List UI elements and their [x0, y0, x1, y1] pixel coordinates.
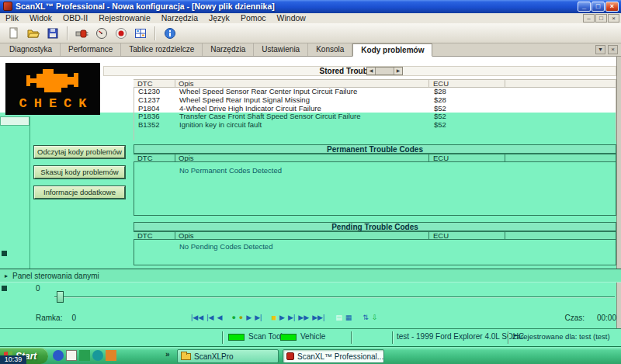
connect-button[interactable]	[72, 25, 92, 42]
tab-diagnostyka[interactable]: Diagnostyka	[2, 43, 61, 56]
vehicle-led-icon	[280, 334, 297, 341]
fast-forward-icon[interactable]: ▶▶	[298, 312, 309, 323]
minimize-button[interactable]: _	[578, 2, 591, 12]
mdi-minimize-button[interactable]: –	[583, 14, 595, 23]
stored-row-1[interactable]: C1230 Wheel Speed Sensor Rear Center Inp…	[134, 88, 616, 96]
quick-launch-overflow-icon[interactable]: »	[165, 350, 170, 359]
menu-item-jezyk[interactable]: Język	[203, 13, 235, 23]
cell-opis: Ignition key in circuit fault	[176, 121, 430, 130]
render-artifact	[29, 116, 30, 269]
permanent-table-body: No Permanent Codes Detected	[134, 162, 616, 216]
quick-launch-icon-2[interactable]	[66, 350, 77, 361]
frame-slider-thumb[interactable]	[57, 291, 64, 303]
column-opis[interactable]: Opis	[175, 154, 429, 161]
menu-item-plik[interactable]: Plik	[0, 13, 24, 23]
stored-row-4[interactable]: P1836 Transfer Case Front Shaft Speed Se…	[134, 113, 616, 121]
column-dtc[interactable]: DTC	[134, 232, 175, 239]
tab-scroll-button[interactable]: ▾	[595, 45, 605, 54]
log-file-icon[interactable]: ▤	[335, 312, 342, 323]
mdi-close-button[interactable]: ×	[608, 14, 619, 23]
pending-column-header[interactable]: DTC Opis ECU	[134, 231, 616, 240]
permanent-column-header[interactable]: DTC Opis ECU	[134, 154, 616, 162]
open-file-button[interactable]	[23, 25, 43, 42]
play-reverse-icon[interactable]: ◀	[217, 312, 222, 323]
column-ecu[interactable]: ECU	[429, 80, 505, 87]
connect-plug-icon	[75, 27, 88, 40]
time-counter: Czas:00:00	[564, 314, 616, 322]
quick-launch-icon-3[interactable]	[79, 350, 90, 361]
menu-item-rejestrowanie[interactable]: Rejestrowanie	[93, 13, 156, 23]
step-end-icon[interactable]: ▶|	[288, 312, 295, 323]
step-back-icon[interactable]: |◀	[206, 312, 213, 323]
close-button[interactable]: ×	[605, 2, 619, 12]
dashboards-button[interactable]	[130, 25, 150, 42]
column-ecu[interactable]: ECU	[429, 154, 505, 161]
playback-controls: |◀◀ |◀ ◀ ● ● ▶ ▶| ■ ▶ ▶| ▶▶ ▶▶| ▤ ▦ ⇅ ⇩	[191, 311, 377, 324]
new-file-button[interactable]	[4, 25, 23, 42]
quick-launch-icon-1[interactable]	[53, 350, 64, 361]
mdi-restore-button[interactable]: □	[595, 14, 607, 23]
column-ecu[interactable]: ECU	[429, 232, 505, 239]
tab-tablice-rozdzielcze[interactable]: Tablice rozdzielcze	[121, 43, 203, 56]
tab-ustawienia[interactable]: Ustawienia	[254, 43, 308, 56]
data-control-panel-header[interactable]: ▸ Panel sterowania danymi	[0, 269, 621, 283]
frame-slider-track[interactable]	[54, 296, 615, 297]
column-dtc[interactable]: DTC	[134, 154, 175, 161]
menu-item-widok[interactable]: Widok	[24, 13, 57, 23]
data-control-panel-title: Panel sterowania danymi	[12, 272, 99, 280]
glitch-scrollbar[interactable]: ◀ ▶	[366, 67, 403, 75]
taskbar-button-scanxlpro[interactable]: ScanXLPro	[177, 349, 279, 363]
column-extra	[505, 80, 616, 87]
statusbar-separator	[351, 331, 352, 344]
vehicle-label: Vehicle	[300, 332, 325, 341]
current-frame-icon[interactable]: ■	[271, 312, 276, 323]
stored-row-3[interactable]: P1804 4-Wheel Drive High Indicator Circu…	[134, 105, 616, 113]
read-codes-button[interactable]: Odczytaj kody problemów	[34, 146, 125, 158]
tab-close-button[interactable]: ×	[608, 45, 618, 54]
maximize-button[interactable]: □	[592, 2, 605, 12]
tab-kody-problemow[interactable]: Kody problemów	[352, 43, 432, 57]
mdi-minimize-icon: –	[587, 15, 590, 22]
taskbar-button-scanxl-professional[interactable]: ScanXL™ Professional...	[283, 349, 384, 363]
stored-row-5[interactable]: B1352 Ignition key in circuit fault $52	[134, 121, 616, 130]
download-icon[interactable]: ⇩	[372, 312, 378, 323]
menu-item-pomoc[interactable]: Pomoc	[235, 13, 272, 23]
info-button[interactable]	[160, 25, 179, 42]
scrollbar-track[interactable]	[376, 68, 394, 75]
tab-konsola[interactable]: Konsola	[308, 43, 352, 56]
marker-icon[interactable]: ●	[239, 312, 243, 323]
scan-tool-led-icon	[228, 334, 245, 341]
save-log-icon[interactable]: ▦	[345, 312, 352, 323]
column-extra	[505, 232, 616, 239]
permanent-empty-message: No Permanent Codes Detected	[179, 166, 616, 175]
scroll-right-icon[interactable]: ▶	[394, 68, 402, 75]
play-forward-icon[interactable]: ▶	[279, 312, 285, 323]
folder-icon	[181, 353, 191, 360]
clear-codes-button[interactable]: Skasuj kody problemów	[34, 166, 125, 179]
menu-item-window[interactable]: Window	[272, 13, 311, 23]
menu-item-obd-ii[interactable]: OBD-II	[57, 13, 93, 23]
save-button[interactable]	[43, 25, 62, 42]
column-opis[interactable]: Opis	[175, 232, 429, 239]
additional-info-button[interactable]: Informacje dodatkowe	[34, 186, 125, 199]
record-button[interactable]	[111, 25, 130, 42]
column-dtc[interactable]: DTC	[134, 80, 175, 87]
tab-narzedzia[interactable]: Narzędzia	[203, 43, 254, 56]
stored-row-2[interactable]: C1237 Wheel Speed Rear Input Signal Miss…	[134, 96, 616, 105]
sync-icon[interactable]: ⇅	[363, 312, 369, 323]
skip-first-icon[interactable]: |◀◀	[191, 312, 203, 323]
gauge-button[interactable]	[92, 25, 111, 42]
quick-launch-icon-4[interactable]	[92, 350, 103, 361]
skip-last-icon[interactable]: ▶▶|	[312, 312, 324, 323]
column-opis[interactable]: Opis	[175, 80, 429, 87]
play-icon[interactable]: ▶	[246, 312, 252, 323]
tab-performance[interactable]: Performance	[61, 43, 121, 56]
record-icon[interactable]: ●	[231, 312, 235, 323]
clock: 10:39	[0, 355, 26, 364]
scroll-left-icon[interactable]: ◀	[367, 68, 376, 75]
stored-column-header[interactable]: DTC Opis ECU	[134, 79, 616, 88]
menu-item-narzedzia[interactable]: Narzędzia	[156, 13, 203, 23]
step-forward-icon[interactable]: ▶|	[255, 312, 262, 323]
quick-launch-icon-5[interactable]	[106, 350, 116, 361]
statusbar-separator	[508, 331, 508, 344]
